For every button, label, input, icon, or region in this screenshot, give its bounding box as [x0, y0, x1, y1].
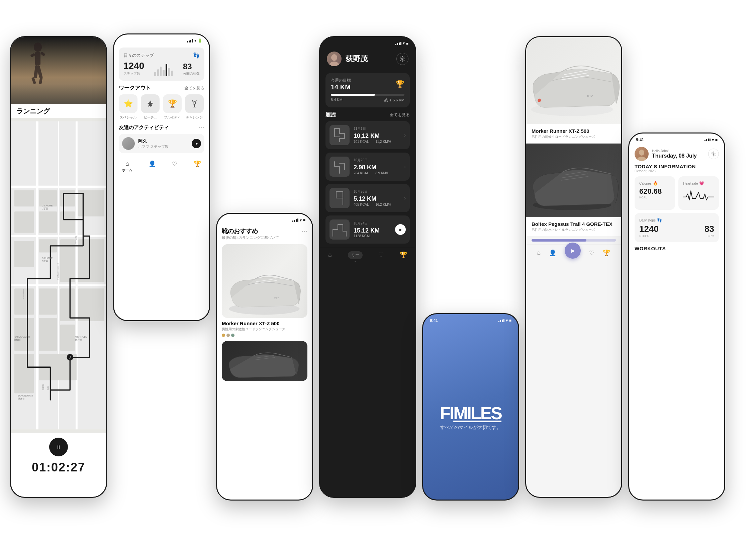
nav-home[interactable]: ⌂ ホーム: [122, 160, 132, 173]
calories-value: 620.68: [639, 187, 670, 196]
phone-home: ▾ 🔋 日々のステップ 👣 1240 ステップ数: [113, 33, 210, 321]
history-thumb-3: [329, 188, 350, 208]
calories-label: Calories 🔥: [639, 181, 670, 186]
shoe2-progress-fill: [532, 239, 586, 242]
workout-challenge[interactable]: チャレンジ: [185, 94, 204, 120]
settings-gear-btn[interactable]: [396, 53, 408, 65]
nav-shoes-play-btn[interactable]: ▶: [565, 243, 581, 259]
goal-remaining: 残り 5.6 KM: [384, 98, 404, 103]
shoes-header: 靴のおすすめ 最後の5回のランニングに基づいて ⋯: [217, 225, 312, 242]
shoe-desc-main: 男性用の刺激性ロードランニングシューズ: [222, 327, 307, 332]
pause-button[interactable]: ⏸: [49, 438, 68, 456]
stats-settings-btn[interactable]: [708, 149, 719, 159]
map-container[interactable]: FUJIDANACHO 藤棚町 NISHITOBE 西戸部 SAKAINOTAN…: [11, 118, 106, 433]
nav-dark-home[interactable]: ⌂: [328, 251, 332, 263]
shoes-menu[interactable]: ⋯: [301, 227, 307, 235]
history-distance-2: 2.98 KM: [354, 164, 400, 171]
history-thumb-2: [329, 157, 350, 177]
wifi-icon-4: ▾: [403, 41, 405, 46]
friend-play-btn[interactable]: ▶: [192, 139, 201, 148]
history-map-svg-1: [329, 125, 350, 145]
brand-miles: MILES: [453, 405, 501, 422]
nav-shoes-profile[interactable]: 👤: [549, 249, 556, 259]
profile-header: 荻野茂: [320, 48, 415, 70]
status-bar-2: ▾ 🔋: [114, 34, 209, 45]
goal-progress-fill: [331, 94, 375, 96]
nav-shoes-trophy[interactable]: 🏆: [603, 249, 610, 259]
svg-rect-25: [78, 190, 104, 216]
battery-7: ■: [715, 138, 718, 142]
history-play-btn[interactable]: ▶: [395, 224, 406, 235]
history-thumb-4: [329, 219, 350, 240]
friends-menu[interactable]: ⋯: [198, 124, 204, 131]
route-map-svg: FUJIDANACHO 藤棚町 NISHITOBE 西戸部 SAKAINOTAN…: [11, 118, 106, 433]
nav-dark-profile[interactable]: ミー •: [348, 251, 363, 263]
workouts-title: WORKOUTS: [635, 246, 719, 251]
profile-row: 荻野茂: [327, 52, 368, 66]
steps-card: 日々のステップ 👣 1240 ステップ数: [119, 48, 204, 81]
nav-dark-heart[interactable]: ♡: [378, 251, 384, 263]
friend-avatar: [122, 137, 135, 150]
history-map-svg-2: [329, 157, 350, 177]
svg-text:2丁目: 2丁目: [42, 207, 48, 210]
minutes-unit: 分間の拍数: [183, 71, 200, 76]
nav-shoes-heart[interactable]: ♡: [589, 249, 594, 259]
svg-rect-23: [39, 288, 57, 315]
svg-point-62: [329, 62, 340, 66]
signal-bars-3: [292, 218, 298, 222]
beach-icon: [146, 100, 154, 108]
nav-dark-trophy[interactable]: 🏆: [400, 251, 407, 263]
bottom-nav-home: ⌂ ホーム 👤 ♡ 🏆: [114, 156, 209, 177]
shoe2-desc: 男性用の防水トレイルランニングシューズ: [532, 228, 616, 232]
svg-point-61: [331, 54, 337, 61]
phone-shoes: ▾ ■ 靴のおすすめ 最後の5回のランニングに基づいて ⋯: [216, 213, 313, 501]
workout-beach[interactable]: ビーチ...: [141, 94, 160, 120]
history-item-2[interactable]: 10月29日 2.98 KM 264 KCAL 8.9 KM/H ›: [325, 153, 410, 181]
nav-shoes-home[interactable]: ⌂: [537, 249, 541, 259]
history-date-1: 11月1日: [354, 126, 400, 131]
shoe2-progress-bar: [532, 239, 616, 242]
profile-name: 荻野茂: [346, 54, 368, 64]
brand-logo: FI MILES: [440, 405, 501, 422]
workout-beach-label: ビーチ...: [144, 115, 157, 120]
goal-value: 14 KM: [331, 83, 351, 91]
history-section: 履歴 全てを見る 11月1日 10,12 KM 701 KCAL 11,2 KM…: [320, 111, 415, 244]
history-info-2: 10月29日 2.98 KM 264 KCAL 8.9 KM/H: [354, 158, 400, 176]
nav-profile[interactable]: 👤: [149, 160, 156, 173]
history-date-2: 10月29日: [354, 158, 400, 163]
heart-rate-label-text: Heart rate: [683, 182, 698, 185]
history-chevron-1: ›: [404, 132, 406, 138]
calories-unit: KCAL: [639, 196, 670, 199]
daily-steps-label-text: Daily steps: [639, 218, 656, 222]
settings-icon: [711, 151, 716, 157]
workout-special-label: スペシャル: [120, 115, 136, 120]
svg-text:↗: ↗: [69, 355, 72, 359]
svg-text:Fujidaiuratune dori: Fujidaiuratune dori: [57, 263, 59, 280]
history-stats-1: 701 KCAL 11,2 KM/H: [354, 140, 400, 144]
svg-text:西戸部: 西戸部: [75, 339, 82, 341]
bpm-unit: BPM: [704, 234, 714, 238]
svg-text:3 CHOME: 3 CHOME: [42, 257, 53, 259]
workout-special[interactable]: ⭐ スペシャル: [119, 94, 137, 120]
workout-challenge-label: チャレンジ: [186, 115, 203, 120]
shoe-svg-main: XTZ: [222, 244, 307, 318]
gear-icon: [399, 56, 405, 62]
history-item-3[interactable]: 10月26日 5.12 KM 405 KCAL 16.2 KM/H ›: [325, 184, 410, 212]
minutes-value: 83: [183, 62, 200, 71]
today-date-sub: October, 2023: [635, 169, 719, 173]
stats-avatar-svg: [635, 147, 649, 161]
history-item-4[interactable]: 10月24日 15.12 KM 1128 KCAL ▶: [325, 215, 410, 244]
workout-fullbody-label: フルボディ: [164, 115, 181, 120]
workout-fullbody[interactable]: 🏆 フルボディ: [163, 94, 182, 120]
nav-trophies[interactable]: 🏆: [194, 160, 201, 173]
history-info-1: 11月1日 10,12 KM 701 KCAL 11,2 KM/H: [354, 126, 400, 144]
history-item-1[interactable]: 11月1日 10,12 KM 701 KCAL 11,2 KM/H ›: [325, 121, 410, 149]
history-see-all[interactable]: 全てを見る: [390, 112, 410, 118]
workout-see-all[interactable]: 全てを見る: [184, 85, 204, 91]
svg-point-63: [402, 58, 403, 60]
svg-rect-32: [78, 288, 104, 321]
svg-point-79: [637, 157, 647, 161]
svg-text:NISHITOBE: NISHITOBE: [75, 336, 87, 338]
history-stats-2: 264 KCAL 8.9 KM/H: [354, 171, 400, 176]
nav-favorites[interactable]: ♡: [172, 160, 177, 173]
